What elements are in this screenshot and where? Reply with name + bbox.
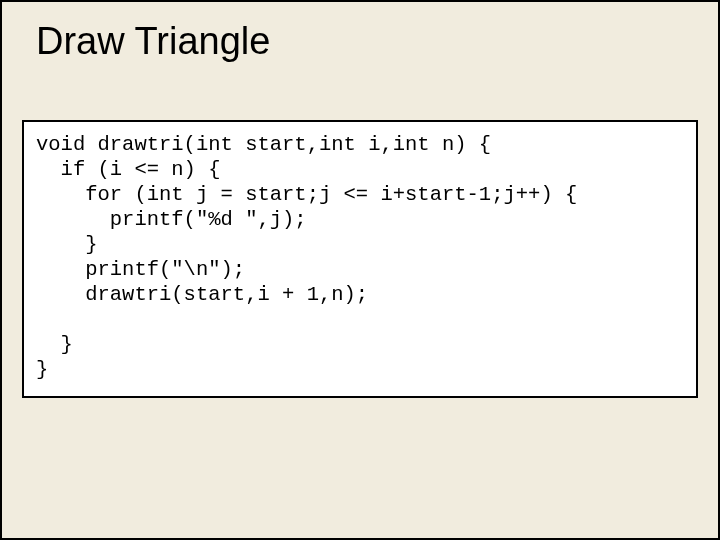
slide-title: Draw Triangle bbox=[36, 20, 270, 63]
code-snippet: void drawtri(int start,int i,int n) { if… bbox=[36, 132, 684, 382]
slide: Draw Triangle void drawtri(int start,int… bbox=[0, 0, 720, 540]
code-box: void drawtri(int start,int i,int n) { if… bbox=[22, 120, 698, 398]
